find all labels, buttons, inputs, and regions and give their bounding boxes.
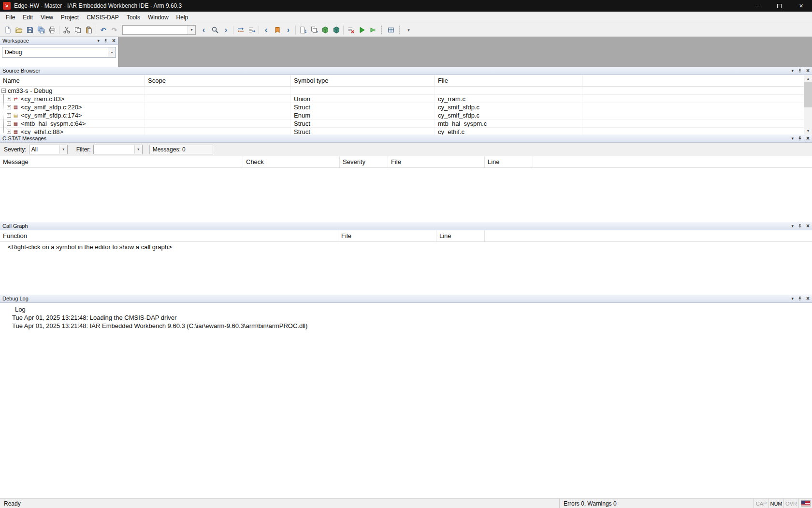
- cstat-message-list: [0, 168, 812, 222]
- panel-menu-button[interactable]: ▾: [791, 296, 794, 301]
- expand-toggle[interactable]: +: [7, 105, 11, 109]
- print-icon[interactable]: [46, 25, 58, 35]
- menu-file[interactable]: File: [2, 13, 19, 22]
- tree-row[interactable]: +▦<mtb_hal_syspm.c:64> Struct mtb_hal_sy…: [0, 120, 812, 128]
- tree-row[interactable]: +▦<cy_smif_sfdp.c:220> Struct cy_smif_sf…: [0, 103, 812, 111]
- goto-icon[interactable]: [246, 25, 257, 35]
- chevron-left-glyph: ‹: [265, 27, 267, 33]
- pin-button[interactable]: [798, 224, 802, 229]
- expand-toggle[interactable]: +: [7, 97, 11, 101]
- debug-without-downloading-icon[interactable]: [367, 25, 378, 35]
- menu-tools[interactable]: Tools: [123, 13, 144, 22]
- toolbar-drag-handle[interactable]: [399, 26, 401, 34]
- pin-icon: [798, 224, 802, 229]
- download-and-debug-icon[interactable]: [356, 25, 367, 35]
- search-next-icon[interactable]: ›: [220, 25, 232, 35]
- make-icon[interactable]: [308, 25, 319, 35]
- pin-button[interactable]: [798, 296, 802, 301]
- find-combobox-dropdown-button[interactable]: ▾: [188, 26, 195, 34]
- navigate-forward-icon[interactable]: ›: [283, 25, 294, 35]
- filter-dropdown-button[interactable]: ▾: [134, 145, 142, 154]
- search-previous-icon[interactable]: ‹: [198, 25, 209, 35]
- toolbar-separator: [96, 26, 96, 34]
- workspace-config-dropdown-button[interactable]: ▾: [108, 47, 116, 57]
- copy-icon[interactable]: [72, 25, 83, 35]
- expand-toggle[interactable]: +: [7, 121, 11, 126]
- collapse-toggle[interactable]: −: [1, 89, 6, 93]
- save-all-icon[interactable]: [35, 25, 46, 35]
- toggle-bookmark-icon[interactable]: [272, 25, 283, 35]
- filter-select[interactable]: ▾: [93, 145, 143, 154]
- views-icon[interactable]: [385, 25, 396, 35]
- scrollbar-thumb[interactable]: [804, 82, 812, 107]
- panel-menu-button[interactable]: ▾: [97, 38, 100, 43]
- call-graph-title: Call Graph: [2, 223, 28, 229]
- vertical-scrollbar[interactable]: ▲ ▼: [804, 75, 812, 134]
- panel-menu-button[interactable]: ▾: [791, 136, 794, 141]
- expand-toggle[interactable]: +: [7, 130, 11, 134]
- column-header-severity[interactable]: Severity: [340, 156, 388, 167]
- cstat-messages-panel: C-STAT Messages ▾ × Severity: All ▾ Filt…: [0, 134, 812, 222]
- cut-icon[interactable]: [61, 25, 72, 35]
- compile-icon[interactable]: [297, 25, 308, 35]
- column-header-scope[interactable]: Scope: [145, 75, 291, 86]
- toolbar-drag-handle[interactable]: [381, 26, 383, 34]
- severity-dropdown-button[interactable]: ▾: [59, 145, 67, 154]
- clean-icon[interactable]: [331, 25, 342, 35]
- menu-edit[interactable]: Edit: [19, 13, 37, 22]
- new-document-icon[interactable]: [2, 25, 13, 35]
- navigate-backward-icon[interactable]: ‹: [261, 25, 272, 35]
- menu-help[interactable]: Help: [173, 13, 192, 22]
- tree-row[interactable]: +▤<cy_smif_sfdp.c:174> Enum cy_smif_sfdp…: [0, 111, 812, 120]
- column-header-name[interactable]: Name: [0, 75, 145, 86]
- severity-select[interactable]: All ▾: [29, 145, 68, 154]
- replace-icon[interactable]: [235, 25, 246, 35]
- tree-row[interactable]: +⇄<cy_rram.c:83> Union cy_rram.c: [0, 95, 812, 103]
- find-icon[interactable]: [209, 25, 220, 35]
- tree-row[interactable]: +▦<cy_ethif.c:88> Struct cy_ethif.c: [0, 128, 812, 134]
- close-panel-button[interactable]: ×: [806, 296, 810, 301]
- column-header-line[interactable]: Line: [485, 156, 533, 167]
- undo-icon[interactable]: ↶: [98, 25, 109, 35]
- open-file-icon[interactable]: [13, 25, 24, 35]
- menu-project[interactable]: Project: [57, 13, 83, 22]
- column-header-line[interactable]: Line: [436, 230, 485, 241]
- column-header-symbol-type[interactable]: Symbol type: [291, 75, 435, 86]
- redo-icon[interactable]: ↷: [109, 25, 120, 35]
- workspace-panel: Workspace ▾ × Debug ▾: [0, 37, 118, 67]
- scroll-up-button[interactable]: ▲: [804, 75, 812, 82]
- panel-menu-button[interactable]: ▾: [791, 68, 794, 73]
- close-panel-button[interactable]: ×: [806, 136, 810, 141]
- pin-button[interactable]: [798, 68, 802, 74]
- paste-icon[interactable]: [83, 25, 94, 35]
- pin-button[interactable]: [798, 136, 802, 141]
- menu-view[interactable]: View: [37, 13, 57, 22]
- tree-root-row[interactable]: −cm33-s - Debug: [0, 87, 812, 95]
- find-combobox[interactable]: ▾: [122, 25, 196, 35]
- build-icon[interactable]: [319, 25, 331, 35]
- menu-cmsis-dap[interactable]: CMSIS-DAP: [83, 13, 123, 22]
- panel-menu-button[interactable]: ▾: [791, 224, 794, 228]
- maximize-button[interactable]: [768, 0, 790, 12]
- toolbar-overflow-icon[interactable]: ▾: [403, 25, 414, 35]
- column-header-file[interactable]: File: [435, 75, 582, 86]
- save-icon[interactable]: [24, 25, 35, 35]
- pin-button[interactable]: [103, 38, 108, 44]
- close-panel-button[interactable]: ×: [806, 224, 810, 228]
- column-header-message[interactable]: Message: [0, 156, 243, 167]
- close-panel-button[interactable]: ×: [112, 38, 116, 43]
- workspace-config-select[interactable]: Debug ▾: [2, 47, 116, 58]
- stop-build-icon[interactable]: [345, 25, 356, 35]
- close-panel-button[interactable]: ×: [806, 68, 810, 73]
- column-header-file[interactable]: File: [338, 230, 436, 241]
- column-header-function[interactable]: Function: [0, 230, 338, 241]
- menu-window[interactable]: Window: [144, 13, 173, 22]
- chevron-down-icon: ▾: [791, 224, 794, 228]
- minimize-button[interactable]: [747, 0, 768, 12]
- column-header-check[interactable]: Check: [243, 156, 340, 167]
- toolbar-separator: [343, 26, 344, 34]
- close-window-button[interactable]: ×: [790, 0, 812, 12]
- scroll-down-button[interactable]: ▼: [804, 127, 812, 134]
- expand-toggle[interactable]: +: [7, 113, 11, 118]
- column-header-file[interactable]: File: [388, 156, 485, 167]
